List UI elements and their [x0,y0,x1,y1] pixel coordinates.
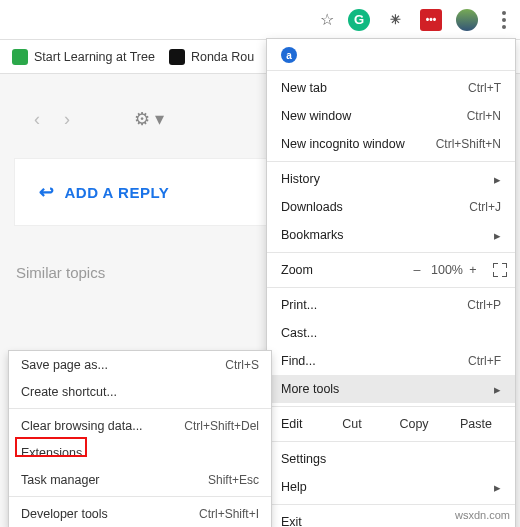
menu-separator [9,408,271,409]
zoom-in-button[interactable]: + [459,263,487,277]
extension-icon[interactable]: ✳ [384,9,406,31]
gear-icon[interactable]: ⚙ ▾ [134,108,164,130]
submenu-save-page[interactable]: Save page as... Ctrl+S [9,351,271,378]
menu-new-window[interactable]: New window Ctrl+N [267,102,515,130]
submenu-arrow-icon: ▸ [494,480,501,495]
bookmark-item[interactable]: Ronda Rou [169,49,254,65]
submenu-arrow-icon: ▸ [494,172,501,187]
menu-help[interactable]: Help ▸ [267,473,515,501]
bookmark-favicon [169,49,185,65]
menu-downloads[interactable]: Downloads Ctrl+J [267,193,515,221]
submenu-clear-browsing-data[interactable]: Clear browsing data... Ctrl+Shift+Del [9,412,271,439]
submenu-extensions[interactable]: Extensions [9,439,271,466]
menu-new-tab[interactable]: New tab Ctrl+T [267,74,515,102]
menu-separator [267,252,515,253]
bookmark-label: Ronda Rou [191,50,254,64]
attribution-text: wsxdn.com [455,509,510,521]
menu-find[interactable]: Find... Ctrl+F [267,347,515,375]
menu-more-tools[interactable]: More tools ▸ [267,375,515,403]
menu-separator [267,287,515,288]
edit-paste-button[interactable]: Paste [445,417,507,431]
menu-cast[interactable]: Cast... [267,319,515,347]
menu-history[interactable]: History ▸ [267,165,515,193]
menu-separator [267,406,515,407]
profile-avatar[interactable] [456,9,478,31]
bookmark-favicon [12,49,28,65]
extension-lastpass-icon[interactable]: ••• [420,9,442,31]
menu-account-row[interactable]: a [267,39,515,67]
submenu-arrow-icon: ▸ [494,382,501,397]
account-badge-icon: a [281,47,297,63]
bookmark-star-icon[interactable]: ☆ [320,10,334,29]
edit-copy-button[interactable]: Copy [383,417,445,431]
zoom-value: 100% [431,263,459,277]
bookmark-item[interactable]: Start Learning at Tree [12,49,155,65]
submenu-developer-tools[interactable]: Developer tools Ctrl+Shift+I [9,500,271,527]
menu-separator [9,496,271,497]
chrome-menu-button[interactable] [492,11,516,29]
submenu-create-shortcut[interactable]: Create shortcut... [9,378,271,405]
add-reply-label: ADD A REPLY [65,184,170,201]
menu-bookmarks[interactable]: Bookmarks ▸ [267,221,515,249]
submenu-arrow-icon: ▸ [494,228,501,243]
zoom-out-button[interactable]: – [403,263,431,277]
menu-edit: Edit Cut Copy Paste [267,410,515,438]
menu-separator [267,504,515,505]
fullscreen-icon[interactable] [493,263,507,277]
extension-grammarly-icon[interactable]: G [348,9,370,31]
menu-separator [267,441,515,442]
chrome-main-menu: a New tab Ctrl+T New window Ctrl+N New i… [266,38,516,527]
bookmark-label: Start Learning at Tree [34,50,155,64]
prev-icon[interactable]: ‹ [34,109,40,130]
menu-separator [267,70,515,71]
menu-separator [267,161,515,162]
menu-zoom: Zoom – 100% + [267,256,515,284]
more-tools-submenu: Save page as... Ctrl+S Create shortcut..… [8,350,272,527]
menu-print[interactable]: Print... Ctrl+P [267,291,515,319]
reply-arrow-icon: ↩ [39,181,55,203]
menu-settings[interactable]: Settings [267,445,515,473]
menu-new-incognito[interactable]: New incognito window Ctrl+Shift+N [267,130,515,158]
submenu-task-manager[interactable]: Task manager Shift+Esc [9,466,271,493]
next-icon[interactable]: › [64,109,70,130]
edit-cut-button[interactable]: Cut [321,417,383,431]
browser-toolbar: ☆ G ✳ ••• [0,0,520,40]
